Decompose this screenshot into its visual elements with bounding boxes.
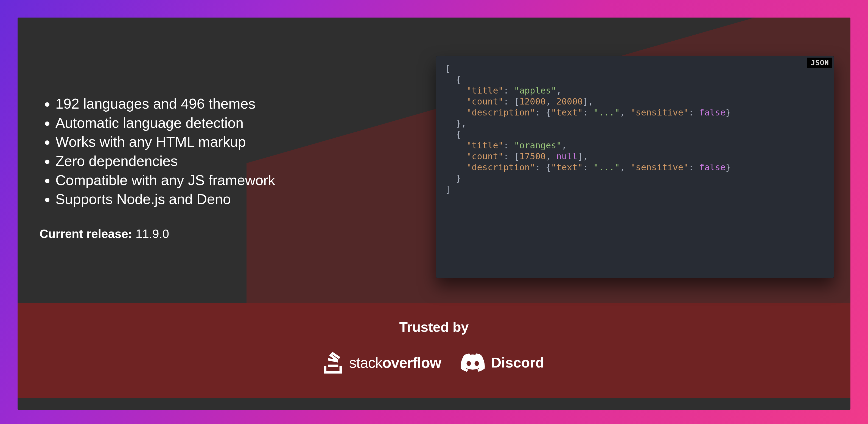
current-release-version: 11.9.0 bbox=[135, 227, 169, 240]
stackoverflow-wordmark: stackoverflow bbox=[349, 354, 441, 371]
code-sample-block: JSON [ { "title": "apples", "count": [12… bbox=[436, 56, 834, 278]
bottom-dark-bar bbox=[18, 398, 850, 410]
trusted-by-heading: Trusted by bbox=[18, 319, 850, 335]
feature-item: 192 languages and 496 themes bbox=[56, 94, 424, 113]
trusted-by-section: Trusted by stackoverflow bbox=[18, 319, 850, 373]
stackoverflow-icon bbox=[324, 352, 343, 373]
page-background: 192 languages and 496 themes Automatic l… bbox=[0, 0, 868, 424]
discord-wordmark: Discord bbox=[491, 354, 544, 371]
feature-list: 192 languages and 496 themes Automatic l… bbox=[39, 94, 424, 209]
trusted-by-logos: stackoverflow Discord bbox=[18, 352, 850, 373]
feature-item: Supports Node.js and Deno bbox=[56, 190, 424, 209]
feature-column: 192 languages and 496 themes Automatic l… bbox=[39, 94, 424, 241]
feature-item: Works with any HTML markup bbox=[56, 132, 424, 152]
hero-card: 192 languages and 496 themes Automatic l… bbox=[18, 18, 850, 410]
current-release-label: Current release: bbox=[39, 227, 132, 240]
feature-item: Zero dependencies bbox=[56, 152, 424, 171]
discord-logo[interactable]: Discord bbox=[460, 353, 544, 372]
discord-icon bbox=[460, 353, 485, 372]
stackoverflow-logo[interactable]: stackoverflow bbox=[324, 352, 441, 373]
current-release-line: Current release: 11.9.0 bbox=[39, 227, 424, 241]
feature-item: Automatic language detection bbox=[56, 113, 424, 133]
language-badge: JSON bbox=[807, 58, 832, 68]
code-sample-content: [ { "title": "apples", "count": [12000, … bbox=[436, 56, 834, 202]
feature-item: Compatible with any JS framework bbox=[56, 171, 424, 190]
